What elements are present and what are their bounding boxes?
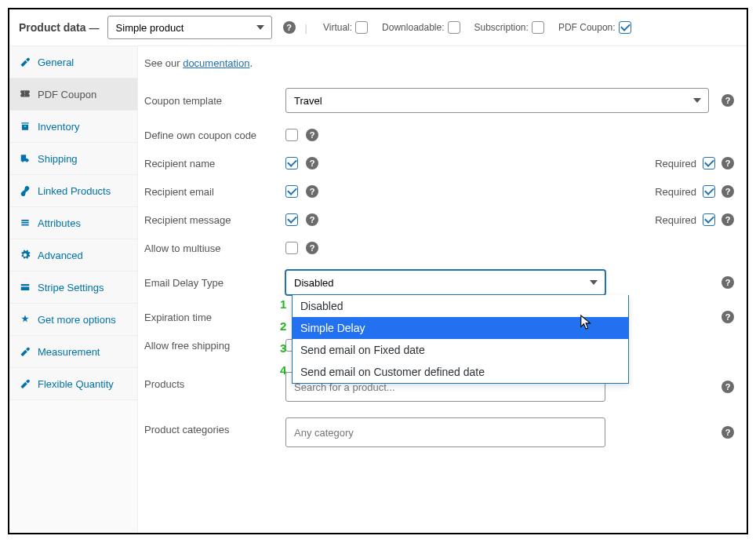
tab-label: PDF Coupon [38, 89, 96, 100]
virtual-checkbox[interactable] [355, 21, 368, 34]
help-icon[interactable]: ? [306, 129, 318, 141]
help-icon[interactable]: ? [306, 185, 318, 198]
recipient-message-required-checkbox[interactable] [703, 213, 715, 226]
tab-label: Attributes [38, 217, 81, 229]
wrench-icon [19, 56, 31, 68]
panel-title: Product data [19, 21, 86, 34]
subscription-option: Subscription: [474, 21, 544, 34]
tab-shipping[interactable]: Shipping [9, 143, 137, 175]
email-delay-select[interactable] [285, 270, 605, 295]
tab-label: Get more options [38, 314, 116, 326]
recipient-email-checkbox[interactable] [285, 185, 298, 198]
wrench-icon [19, 345, 31, 358]
tab-label: Advanced [38, 250, 83, 261]
dropdown-option-simple-delay[interactable]: 2 Simple Delay [293, 317, 628, 339]
products-label: Products [144, 372, 285, 390]
recipient-name-label: Recipient name [144, 158, 285, 169]
recipient-email-required-checkbox[interactable] [703, 185, 715, 198]
recipient-message-label: Recipient message [144, 214, 285, 226]
link-icon [19, 184, 31, 197]
recipient-name-required-checkbox[interactable] [703, 157, 715, 169]
dropdown-option-disabled[interactable]: 1 Disabled [293, 295, 628, 317]
help-icon[interactable]: ? [721, 94, 734, 107]
help-icon[interactable]: ? [306, 213, 318, 226]
gear-icon [19, 249, 31, 261]
plus-icon [19, 313, 31, 326]
required-label: Required [655, 158, 696, 169]
annotation-number: 4 [280, 363, 286, 377]
pdf-coupon-option: PDF Coupon: [558, 21, 631, 34]
pdf-coupon-checkbox[interactable] [619, 21, 631, 34]
downloadable-label: Downloadable: [382, 22, 444, 33]
tab-label: Shipping [38, 153, 78, 165]
help-icon[interactable]: ? [721, 213, 734, 226]
downloadable-option: Downloadable: [382, 21, 460, 34]
allow-multiuse-label: Allow to multiuse [144, 242, 285, 254]
intro-suffix: . [249, 57, 253, 69]
annotation-number: 1 [280, 297, 286, 311]
define-own-label: Define own coupon code [144, 129, 285, 141]
option-label: Send email on Fixed date [300, 344, 425, 356]
recipient-message-required: Required ? [655, 213, 734, 226]
allow-multiuse-checkbox[interactable] [285, 242, 298, 254]
help-icon[interactable]: ? [721, 276, 734, 289]
tab-flexible-quantity[interactable]: Flexible Quantity [9, 368, 137, 400]
documentation-link[interactable]: documentation [183, 57, 249, 69]
help-icon[interactable]: ? [306, 157, 318, 169]
subscription-checkbox[interactable] [532, 21, 544, 34]
downloadable-checkbox[interactable] [448, 21, 460, 34]
tab-label: Linked Products [38, 185, 111, 197]
row-define-own-code: Define own coupon code ? [144, 121, 734, 149]
tab-content: See our documentation. Coupon template ?… [138, 46, 747, 533]
tab-stripe-settings[interactable]: Stripe Settings [9, 272, 137, 304]
card-icon [19, 281, 31, 293]
tab-attributes[interactable]: Attributes [9, 207, 137, 239]
help-icon[interactable]: ? [721, 157, 734, 169]
recipient-email-required: Required ? [655, 185, 734, 198]
help-icon[interactable]: ? [721, 185, 734, 198]
pdf-coupon-label: PDF Coupon: [558, 22, 616, 33]
ticket-icon [19, 88, 31, 100]
tab-get-more[interactable]: Get more options [9, 304, 137, 336]
tab-advanced[interactable]: Advanced [9, 239, 137, 272]
intro-prefix: See our [144, 57, 183, 69]
tab-linked-products[interactable]: Linked Products [9, 175, 137, 207]
product-categories-input[interactable] [285, 417, 605, 447]
row-recipient-name: Recipient name ? Required ? [144, 149, 734, 177]
wrench-icon [19, 377, 31, 390]
row-recipient-message: Recipient message ? Required ? [144, 206, 734, 234]
product-type-select[interactable] [107, 16, 272, 39]
allow-free-shipping-label: Allow free shipping [144, 340, 285, 352]
expiration-time-label: Expiration time [144, 312, 285, 323]
help-icon[interactable]: ? [721, 311, 734, 323]
required-label: Required [655, 214, 696, 226]
dropdown-option-fixed-date[interactable]: 3 Send email on Fixed date [293, 339, 628, 361]
recipient-message-checkbox[interactable] [285, 213, 298, 226]
email-delay-dropdown: 1 Disabled 2 Simple Delay 3 Send email o… [292, 295, 629, 384]
tab-label: Flexible Quantity [38, 378, 114, 390]
panel-body: General PDF Coupon Inventory Shipping [9, 46, 747, 533]
recipient-name-required: Required ? [655, 157, 734, 169]
list-icon [19, 217, 31, 229]
help-icon[interactable]: ? [721, 381, 734, 393]
email-delay-zone: Email Delay Type ? Expiration time ? [144, 262, 734, 359]
option-label: Disabled [300, 300, 343, 312]
tab-general[interactable]: General [9, 46, 137, 78]
annotation-number: 2 [280, 319, 286, 333]
recipient-name-checkbox[interactable] [285, 157, 298, 169]
help-icon[interactable]: ? [283, 21, 296, 34]
truck-icon [19, 152, 31, 165]
define-own-checkbox[interactable] [285, 129, 298, 141]
tab-label: Stripe Settings [38, 282, 104, 293]
coupon-template-select[interactable] [285, 88, 709, 113]
row-allow-multiuse: Allow to multiuse ? [144, 234, 734, 262]
dropdown-option-customer-date[interactable]: 4 Send email on Customer defined date [293, 361, 628, 383]
help-icon[interactable]: ? [721, 426, 734, 439]
tab-pdf-coupon[interactable]: PDF Coupon [9, 78, 137, 111]
email-delay-label: Email Delay Type [144, 277, 285, 289]
tab-inventory[interactable]: Inventory [9, 111, 137, 143]
recipient-email-label: Recipient email [144, 186, 285, 198]
tab-measurement[interactable]: Measurement [9, 336, 137, 368]
option-label: Simple Delay [300, 322, 365, 334]
help-icon[interactable]: ? [306, 242, 318, 254]
